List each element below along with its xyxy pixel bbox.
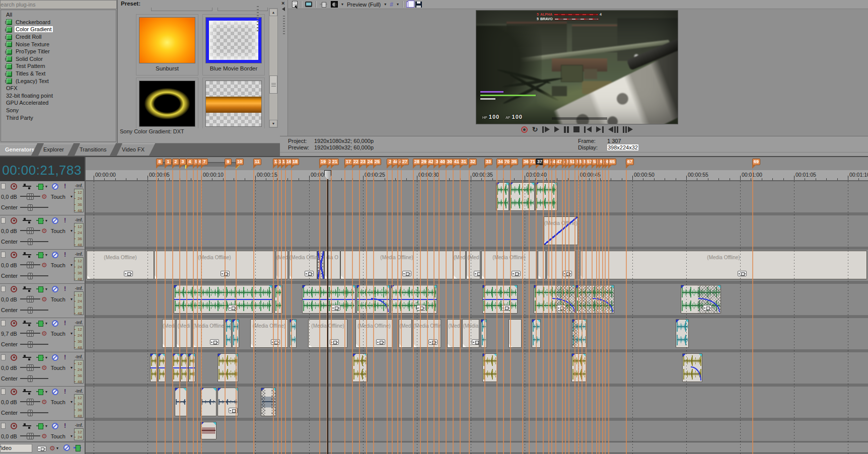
pan-fader[interactable] (23, 375, 45, 382)
previous-frame-button[interactable] (608, 126, 618, 133)
tab-transitions[interactable]: Transitions (75, 143, 116, 156)
pause-button[interactable] (564, 126, 569, 133)
timeline-marker[interactable]: 1 (165, 159, 172, 165)
timeline-clip[interactable] (174, 285, 272, 314)
volume-fader[interactable] (23, 399, 37, 405)
envelope-automation-icon[interactable] (23, 321, 31, 326)
event-fx-icon[interactable] (229, 408, 238, 413)
timeline-clip[interactable] (571, 353, 587, 382)
record-arm-button[interactable] (11, 217, 17, 224)
fader-knob[interactable] (28, 204, 33, 211)
play-button[interactable] (554, 126, 559, 132)
timeline-clip[interactable] (352, 353, 368, 382)
video-track-name-field[interactable]: Video (0, 444, 32, 452)
automation-settings-gear-icon[interactable]: ⚙ (41, 296, 47, 302)
chevron-down-icon[interactable]: ▾ (45, 424, 47, 428)
timeline-marker[interactable]: 65 (608, 159, 616, 165)
timeline-marker[interactable]: 4 (186, 159, 193, 165)
preset-thumb-partial[interactable] (218, 8, 268, 11)
envelope-automation-icon[interactable] (23, 184, 31, 189)
pan-fader[interactable] (23, 273, 45, 279)
timeline-clip[interactable] (172, 353, 180, 382)
fader-knob[interactable] (28, 375, 33, 382)
timeline-clip[interactable] (682, 353, 702, 382)
track-fx-plugin-icon[interactable] (36, 423, 44, 428)
timeline-clip[interactable]: (Media Offline) (544, 216, 578, 245)
timeline-clip[interactable] (158, 353, 166, 382)
timeline-clip[interactable] (200, 422, 216, 439)
timeline-marker[interactable]: 31 (460, 159, 468, 165)
timeline-clip[interactable]: (Media Offline) (481, 251, 537, 279)
generator-item[interactable]: Solid Color (1, 55, 116, 63)
timeline-clip[interactable] (218, 388, 238, 416)
generator-item[interactable]: Titles & Text (1, 70, 116, 78)
close-icon[interactable]: × (281, 0, 284, 6)
envelope-automation-icon[interactable] (23, 423, 31, 429)
timeline-clip[interactable]: (Media Offline) (289, 251, 317, 279)
collapse-arrow-icon[interactable] (282, 7, 285, 11)
timeline-clip[interactable]: (Media (462, 319, 479, 348)
chevron-down-icon[interactable]: ▾ (56, 446, 58, 450)
chevron-down-icon[interactable]: ▾ (45, 184, 47, 189)
timeline-clip[interactable]: (Med (447, 319, 461, 348)
generator-item[interactable]: GPU Accelerated (1, 99, 116, 107)
event-fx-icon[interactable] (376, 339, 385, 345)
timeline-clip[interactable] (356, 285, 390, 314)
play-from-start-button[interactable] (542, 126, 550, 133)
volume-fader[interactable] (23, 433, 37, 439)
timeline-clip[interactable] (290, 319, 297, 348)
event-fx-icon[interactable] (501, 305, 511, 311)
generator-item[interactable]: Test Pattern (1, 62, 116, 70)
tab-explorer[interactable]: Explorer (38, 143, 74, 156)
track-fx-plugin-icon[interactable] (36, 355, 44, 360)
timeline-marker[interactable]: 18 (291, 159, 299, 165)
envelope-automation-icon[interactable] (23, 252, 31, 258)
timeline-clip[interactable] (218, 353, 238, 382)
volume-envelope-line[interactable] (391, 299, 437, 300)
chevron-down-icon[interactable]: ▾ (45, 355, 47, 360)
volume-envelope-line[interactable] (189, 367, 195, 368)
timeline-clip[interactable] (232, 319, 239, 348)
volume-envelope-line[interactable] (174, 299, 272, 300)
automation-settings-gear-icon[interactable]: ⚙ (41, 262, 47, 268)
volume-fader[interactable] (23, 262, 37, 268)
timeline-clip[interactable] (510, 182, 535, 211)
chevron-down-icon[interactable]: ▾ (341, 2, 343, 7)
event-fx-icon[interactable] (703, 305, 712, 311)
envelope-automation-icon[interactable] (23, 355, 31, 360)
record-button[interactable] (521, 126, 528, 133)
fader-knob[interactable] (27, 330, 34, 337)
chevron-down-icon[interactable]: ▾ (70, 297, 73, 301)
preset-item-eclipse[interactable]: Eclipse (136, 78, 198, 128)
timeline-clip[interactable]: (Media Offline) (580, 251, 867, 279)
fader-knob[interactable] (27, 364, 34, 371)
pan-fader[interactable] (23, 341, 45, 348)
solo-button[interactable]: ! (64, 389, 66, 395)
timeline-clip[interactable] (188, 353, 195, 382)
event-fx-icon[interactable] (330, 339, 339, 345)
timecode-display[interactable]: 00:00:21,783 (0, 157, 86, 181)
track-fx-icon[interactable] (37, 446, 46, 451)
timeline-marker[interactable]: 11 (253, 159, 261, 165)
scrollbar-thumb[interactable] (269, 75, 277, 94)
preset-item-sunburst[interactable]: Sunburst (136, 14, 198, 75)
timeline-clip[interactable]: (Media (453, 251, 466, 279)
event-fx-icon[interactable] (210, 339, 219, 345)
automation-settings-gear-icon[interactable]: ⚙ (41, 193, 47, 200)
mute-button[interactable] (52, 389, 58, 395)
timeline-marker[interactable]: 8 (156, 159, 163, 165)
solo-button[interactable]: ! (64, 252, 66, 258)
volume-fader[interactable] (23, 193, 37, 200)
fader-knob[interactable] (28, 239, 33, 245)
volume-fader[interactable] (23, 228, 37, 234)
chevron-down-icon[interactable]: ▾ (70, 229, 73, 233)
timeline-clip[interactable]: (Media Offline) (250, 319, 288, 348)
event-fx-icon[interactable] (738, 271, 747, 276)
preset-item-fancy-wooden-board[interactable]: Fancy Wooden Board (202, 78, 265, 128)
fader-knob[interactable] (27, 296, 34, 302)
event-fx-icon[interactable] (331, 305, 340, 311)
external-monitor-icon[interactable] (305, 2, 312, 7)
record-arm-button[interactable] (11, 423, 17, 429)
chevron-down-icon[interactable]: ▾ (45, 218, 47, 223)
volume-fader[interactable] (23, 330, 37, 337)
